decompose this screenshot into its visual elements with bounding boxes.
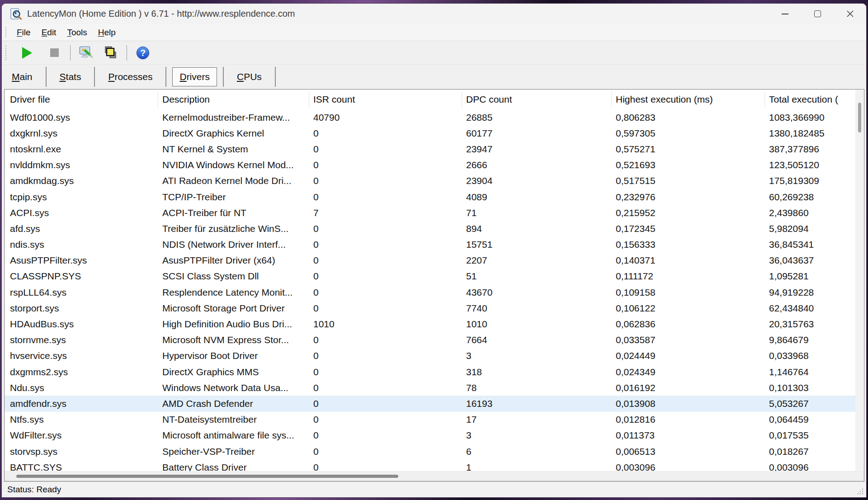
column-header-driver-file[interactable]: Driver file [5,92,158,107]
table-row[interactable]: afd.sysTreiber für zusätzliche WinS...08… [5,221,855,236]
menu-item-edit[interactable]: Edit [36,26,62,39]
column-header-highest-execution-ms[interactable]: Highest execution (ms) [612,92,765,107]
copy-report-button[interactable] [100,43,121,62]
toolbar-separator [127,45,127,61]
vertical-scrollbar-thumb[interactable] [858,103,861,132]
table-row[interactable]: ntoskrnl.exeNT Kernel & System0239470,57… [5,141,855,157]
cell-dpc-count: 1 [462,462,612,471]
table-row[interactable]: amdkmdag.sysATI Radeon Kernel Mode Dri..… [5,173,855,189]
cell-total-execution: 0,003096 [765,462,855,471]
cell-dpc-count: 1010 [462,319,612,330]
cell-total-execution: 1,095281 [765,271,855,282]
cell-description: Speicher-VSP-Treiber [158,446,309,457]
cell-driver-file: ndis.sys [5,239,158,250]
cell-dpc-count: 6 [462,446,612,457]
minimize-button[interactable] [769,4,801,24]
help-button[interactable]: ? [132,43,153,62]
tab-processes[interactable]: Processes [101,67,160,86]
cell-driver-file: CLASSPNP.SYS [5,271,158,282]
table-row[interactable]: Ntfs.sysNT-Dateisystemtreiber0170,012816… [5,412,855,428]
cell-driver-file: Ntfs.sys [5,414,158,425]
table-row[interactable]: amdfendr.sysAMD Crash Defender0161930,01… [5,396,855,411]
table-row[interactable]: storvsp.sysSpeicher-VSP-Treiber060,00651… [5,443,855,459]
table-row[interactable]: stornvme.sysMicrosoft NVM Express Stor..… [5,332,855,348]
table-row[interactable]: WdFilter.sysMicrosoft antimalware file s… [5,428,855,443]
vertical-scrollbar[interactable] [855,90,863,471]
cell-dpc-count: 71 [462,208,612,218]
maximize-button[interactable] [801,4,834,24]
column-header-dpc-count[interactable]: DPC count [462,92,612,107]
horizontal-scrollbar[interactable] [5,471,864,481]
tab-main[interactable]: Main [5,67,40,86]
cell-isr-count: 0 [309,128,462,139]
menubar-gripper[interactable] [5,27,7,38]
tab-cpus[interactable]: CPUs [230,67,269,86]
cell-description: DirectX Graphics MMS [158,367,309,377]
cell-isr-count: 0 [309,414,462,425]
table-row[interactable]: ACPI.sysACPI-Treiber für NT7710,2159522,… [5,205,855,221]
cell-driver-file: HDAudBus.sys [5,319,158,330]
cell-total-execution: 0,101303 [765,382,855,393]
table-row[interactable]: hvservice.sysHypervisor Boot Driver030,0… [5,348,855,364]
cell-driver-file: amdkmdag.sys [5,175,158,186]
tab-drivers[interactable]: Drivers [172,67,217,86]
cell-isr-count: 0 [309,398,462,409]
cell-driver-file: dxgkrnl.sys [5,128,158,139]
table-row[interactable]: HDAudBus.sysHigh Definition Audio Bus Dr… [5,316,855,332]
start-monitor-button[interactable] [17,43,38,62]
horizontal-scrollbar-thumb[interactable] [16,475,398,478]
menu-item-tools[interactable]: Tools [61,26,92,39]
cell-total-execution: 62,434840 [765,303,855,314]
cell-isr-count: 7 [309,208,462,218]
options-button[interactable] [76,43,97,62]
close-button[interactable] [834,4,866,24]
cell-highest-execution-ms: 0,109158 [612,287,765,298]
table-row[interactable]: BATTC.SYSBattery Class Driver010,0030960… [5,459,855,471]
table-row[interactable]: ndis.sysNDIS (Network Driver Interf...01… [5,237,855,253]
cell-highest-execution-ms: 0,011373 [612,430,765,441]
table-row[interactable]: rspLLL64.sysResplendence Latency Monit..… [5,284,855,300]
column-header-isr-count[interactable]: ISR count [309,92,462,107]
tab-separator [46,67,47,87]
cell-driver-file: BATTC.SYS [5,462,158,471]
cell-dpc-count: 7664 [462,335,612,345]
table-row[interactable]: dxgkrnl.sysDirectX Graphics Kernel060177… [5,125,855,141]
cell-driver-file: Ndu.sys [5,382,158,393]
cell-total-execution: 0,064459 [765,414,855,425]
table-row[interactable]: dxgmms2.sysDirectX Graphics MMS03180,024… [5,364,855,380]
table-row[interactable]: CLASSPNP.SYSSCSI Class System Dll0510,11… [5,269,855,284]
column-header-description[interactable]: Description [158,92,309,107]
cell-total-execution: 36,043637 [765,255,855,266]
cell-total-execution: 1083,366990 [765,112,855,123]
maximize-icon [814,10,821,17]
cell-dpc-count: 23904 [462,175,612,186]
cell-highest-execution-ms: 0,033587 [612,335,765,345]
table-row[interactable]: nvlddmkm.sysNVIDIA Windows Kernel Mod...… [5,157,855,173]
table-row[interactable]: Wdf01000.sysKernelmodustreiber-Framew...… [5,109,855,125]
cell-total-execution: 387,377896 [765,144,855,155]
tab-stats[interactable]: Stats [52,67,89,86]
column-header-total-execution[interactable]: Total execution ( [765,92,855,107]
cell-driver-file: amdfendr.sys [5,398,158,409]
table-row[interactable]: AsusPTPFilter.sysAsusPTPFilter Driver (x… [5,253,855,269]
cell-isr-count: 0 [309,271,462,282]
cell-description: NVIDIA Windows Kernel Mod... [158,160,309,170]
toolbar-gripper[interactable] [5,46,7,60]
menu-item-help[interactable]: Help [93,26,121,39]
cell-isr-count: 0 [309,223,462,234]
monitor-wrench-icon [79,46,94,60]
table-row[interactable]: storport.sysMicrosoft Storage Port Drive… [5,300,855,316]
cell-isr-count: 0 [309,303,462,314]
table-row[interactable]: tcpip.sysTCP/IP-Treiber040890,23297660,2… [5,189,855,205]
table-row[interactable]: Ndu.sysWindows Network Data Usa...0780,0… [5,380,855,396]
cell-highest-execution-ms: 0,012816 [612,414,765,425]
menu-item-file[interactable]: File [11,26,36,39]
svg-text:?: ? [140,48,146,58]
resize-grip[interactable] [857,488,864,495]
cell-total-execution: 123,505120 [765,160,855,170]
cell-highest-execution-ms: 0,024449 [612,350,765,361]
stop-monitor-button[interactable] [44,43,65,62]
cell-highest-execution-ms: 0,003096 [612,462,765,471]
cell-dpc-count: 17 [462,414,612,425]
desktop: { "window": { "title": "LatencyMon (Home… [0,0,868,500]
